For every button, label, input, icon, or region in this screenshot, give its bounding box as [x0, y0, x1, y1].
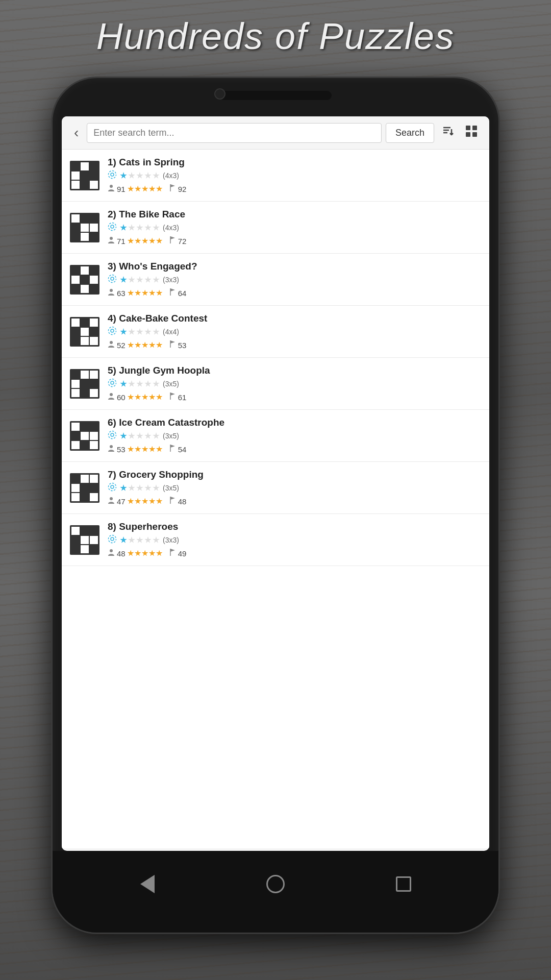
svg-point-32 [111, 485, 114, 488]
svg-rect-4 [466, 126, 470, 130]
grid-view-button[interactable] [462, 122, 481, 143]
gear-icon [108, 326, 117, 337]
search-button[interactable]: Search [386, 123, 434, 143]
puzzle-difficulty-row: (3x5) [108, 378, 481, 389]
difficulty-stars [120, 172, 160, 179]
flag-count: 48 [178, 497, 187, 506]
flag-stat: 49 [169, 548, 187, 558]
svg-rect-5 [472, 126, 477, 130]
rating-stars [128, 290, 163, 297]
grid-icon [465, 125, 478, 138]
list-item[interactable]: 6) Ice Cream Catastrophe (3x5) 53 54 [62, 410, 489, 462]
flag-count: 61 [178, 393, 187, 402]
puzzle-thumbnail [70, 473, 99, 503]
player-stat: 63 [108, 288, 163, 298]
puzzle-name: 4) Cake-Bake Contest [108, 313, 481, 324]
puzzle-info: 3) Who's Engaged? (3x3) 63 64 [108, 261, 481, 298]
flag-icon [169, 392, 176, 402]
svg-point-10 [110, 185, 113, 188]
list-item[interactable]: 7) Grocery Shopping (3x5) 47 48 [62, 462, 489, 514]
flag-count: 64 [178, 289, 187, 298]
flag-stat: 64 [169, 288, 187, 298]
gear-icon [108, 482, 117, 494]
back-button[interactable]: ‹ [70, 122, 83, 143]
flag-stat: 53 [169, 340, 187, 350]
flag-stat: 54 [169, 444, 187, 454]
rating-stars [128, 498, 163, 505]
person-icon [108, 444, 115, 454]
difficulty-label: (3x5) [163, 484, 179, 492]
puzzle-difficulty-row: (4x3) [108, 222, 481, 233]
list-item[interactable]: 8) Superheroes (3x3) 48 49 [62, 514, 489, 566]
list-item[interactable]: 1) Cats in Spring (4x3) 91 92 [62, 150, 489, 202]
gear-icon [108, 534, 117, 546]
nav-back-button[interactable] [135, 871, 160, 897]
puzzle-info: 6) Ice Cream Catastrophe (3x5) 53 54 [108, 417, 481, 454]
svg-point-30 [110, 445, 113, 448]
svg-point-12 [111, 225, 114, 228]
rating-stars [128, 342, 163, 349]
svg-point-24 [111, 381, 114, 384]
nav-recent-button[interactable] [391, 871, 416, 897]
svg-point-13 [109, 223, 116, 231]
puzzle-stats-row: 91 92 [108, 184, 481, 194]
list-item[interactable]: 4) Cake-Bake Contest (4x4) 52 53 [62, 306, 489, 358]
nav-recent-icon [396, 876, 411, 892]
player-count: 71 [117, 237, 126, 246]
rating-stars [128, 186, 163, 192]
puzzle-name: 3) Who's Engaged? [108, 261, 481, 272]
list-item[interactable]: 5) Jungle Gym Hoopla (3x5) 60 61 [62, 358, 489, 410]
svg-point-34 [110, 497, 113, 500]
player-count: 48 [117, 549, 126, 558]
player-count: 52 [117, 341, 126, 350]
puzzle-name: 7) Grocery Shopping [108, 469, 481, 480]
puzzle-info: 2) The Bike Race (4x3) 71 72 [108, 209, 481, 246]
svg-rect-6 [466, 132, 470, 137]
svg-point-17 [109, 275, 116, 283]
player-count: 63 [117, 289, 126, 298]
svg-point-25 [109, 379, 116, 387]
flag-count: 53 [178, 341, 187, 350]
puzzle-stats-row: 53 54 [108, 444, 481, 454]
search-input[interactable] [87, 123, 382, 143]
difficulty-label: (3x3) [163, 276, 179, 284]
puzzle-info: 7) Grocery Shopping (3x5) 47 48 [108, 469, 481, 506]
svg-point-14 [110, 237, 113, 240]
svg-point-29 [109, 431, 116, 439]
svg-point-28 [111, 433, 114, 436]
phone-camera [214, 88, 226, 100]
gear-icon [108, 378, 117, 389]
puzzle-info: 8) Superheroes (3x3) 48 49 [108, 521, 481, 558]
nav-home-button[interactable] [263, 871, 288, 897]
svg-point-9 [109, 171, 116, 179]
flag-count: 92 [178, 185, 187, 193]
puzzle-stats-row: 71 72 [108, 236, 481, 246]
puzzle-name: 5) Jungle Gym Hoopla [108, 365, 481, 376]
puzzle-difficulty-row: (3x3) [108, 534, 481, 546]
person-icon [108, 184, 115, 194]
gear-icon [108, 222, 117, 233]
player-count: 47 [117, 497, 126, 506]
sort-button[interactable] [438, 122, 458, 143]
person-icon [108, 236, 115, 246]
difficulty-label: (4x4) [163, 328, 179, 336]
person-icon [108, 340, 115, 350]
flag-stat: 72 [169, 236, 187, 246]
phone-nav-bar [53, 851, 498, 933]
svg-point-21 [109, 327, 116, 335]
person-icon [108, 496, 115, 506]
player-stat: 48 [108, 548, 163, 558]
list-item[interactable]: 3) Who's Engaged? (3x3) 63 64 [62, 254, 489, 306]
puzzle-name: 8) Superheroes [108, 521, 481, 532]
svg-point-36 [111, 537, 114, 541]
nav-home-icon [266, 875, 285, 893]
list-item[interactable]: 2) The Bike Race (4x3) 71 72 [62, 202, 489, 254]
person-icon [108, 288, 115, 298]
phone-speaker [219, 91, 332, 100]
svg-point-38 [110, 549, 113, 552]
svg-point-16 [111, 277, 114, 280]
puzzle-thumbnail [70, 265, 99, 295]
puzzle-thumbnail [70, 525, 99, 555]
rating-stars [128, 394, 163, 401]
svg-point-18 [110, 289, 113, 292]
